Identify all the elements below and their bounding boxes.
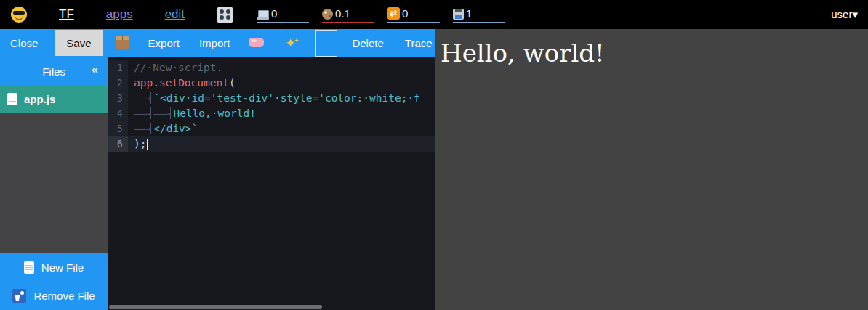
soap-icon	[249, 38, 264, 47]
cookie-counter-field[interactable]: 0.1	[322, 7, 374, 23]
user-menu[interactable]: user▾	[831, 8, 858, 21]
sidebar-empty-area	[0, 113, 108, 253]
app-grid-icon[interactable]	[217, 7, 233, 23]
cookie-icon	[322, 9, 333, 20]
close-button[interactable]: Close	[10, 37, 38, 49]
computer-counter-field[interactable]: 0	[257, 7, 309, 23]
remove-file-button[interactable]: Remove File	[0, 282, 108, 310]
file-name: app.js	[24, 93, 55, 105]
line-number: 5	[108, 121, 128, 136]
tab-marker-icon: ——→	[153, 107, 171, 119]
disk-counter-field[interactable]: 1	[453, 7, 505, 23]
line-number: 2	[108, 76, 128, 91]
collapse-sidebar-button[interactable]: «	[92, 63, 98, 76]
new-file-label: New File	[41, 261, 84, 274]
document-icon	[7, 93, 17, 105]
line-number: 4	[108, 106, 128, 121]
code-line[interactable]: 4 ——→——→Hello,·world!	[108, 106, 435, 121]
code-line[interactable]: 5 ——→</div>`	[108, 121, 435, 136]
app-preview-panel: Hello, world!	[435, 29, 868, 310]
text-cursor	[147, 139, 148, 150]
files-header: Files «	[0, 57, 108, 86]
sparkles-button[interactable]: ✦	[283, 36, 297, 51]
delete-button[interactable]: Delete	[352, 37, 383, 49]
horizontal-scrollbar[interactable]	[109, 305, 322, 309]
export-button[interactable]: Export	[148, 37, 180, 49]
sparkles-icon: ✦	[283, 36, 297, 51]
files-sidebar: Files « app.js New File Remove File	[0, 57, 108, 310]
code-editor[interactable]: 1 //·New·script. 2 app.setDocument( 3 ——…	[108, 57, 435, 310]
new-file-button[interactable]: New File	[0, 253, 108, 282]
preview-hello-text: Hello, world!	[441, 38, 868, 68]
disk-counter-value: 1	[466, 7, 472, 20]
soap-button[interactable]	[249, 37, 264, 49]
tab-marker-icon: ——→	[134, 92, 151, 104]
litter-bin-icon	[12, 289, 26, 303]
files-header-label: Files	[42, 65, 65, 78]
status-counters: 0 0.1 ⇄ 0 1	[257, 7, 518, 23]
exchange-counter-value: 0	[402, 7, 408, 20]
remove-file-label: Remove File	[33, 290, 95, 302]
empty-toolbar-button[interactable]	[315, 30, 337, 57]
new-file-icon	[24, 261, 34, 274]
import-button[interactable]: Import	[199, 37, 230, 49]
exchange-counter-field[interactable]: ⇄ 0	[387, 7, 440, 23]
code-line[interactable]: 3 ——→`<div·id='test-div'·style='color:·w…	[108, 91, 435, 106]
editor-pane: Close Save Export Import ✦ Delete Trace …	[0, 29, 435, 310]
tab-marker-icon: ——→	[134, 123, 151, 134]
app-window: TF apps edit 0 0.1 ⇄ 0 1 user▾	[0, 0, 868, 310]
floppy-disk-icon	[453, 9, 464, 20]
apps-link[interactable]: apps	[106, 7, 133, 22]
code-line[interactable]: 1 //·New·script.	[108, 60, 435, 76]
code-line-active[interactable]: 6 );	[108, 136, 435, 152]
laptop-icon	[257, 10, 269, 20]
code-line[interactable]: 2 app.setDocument(	[108, 76, 435, 91]
trace-button[interactable]: Trace	[405, 37, 433, 49]
line-number: 1	[108, 60, 128, 76]
top-menu-bar: TF apps edit 0 0.1 ⇄ 0 1 user▾	[0, 0, 868, 29]
sunglasses-emoji-icon[interactable]	[11, 7, 27, 23]
exchange-arrows-icon: ⇄	[387, 7, 400, 20]
save-button[interactable]: Save	[55, 30, 102, 56]
tab-marker-icon: ——→	[134, 107, 151, 119]
package-button[interactable]	[116, 36, 129, 51]
cookie-counter-value: 0.1	[335, 7, 350, 20]
edit-link[interactable]: edit	[165, 7, 185, 22]
line-number: 6	[108, 136, 128, 152]
computer-counter-value: 0	[271, 7, 277, 20]
package-icon	[116, 36, 129, 49]
brand-link[interactable]: TF	[59, 7, 74, 22]
editor-toolbar: Close Save Export Import ✦ Delete Trace	[0, 29, 435, 57]
line-number: 3	[108, 91, 128, 106]
file-item-appjs[interactable]: app.js	[0, 86, 108, 113]
